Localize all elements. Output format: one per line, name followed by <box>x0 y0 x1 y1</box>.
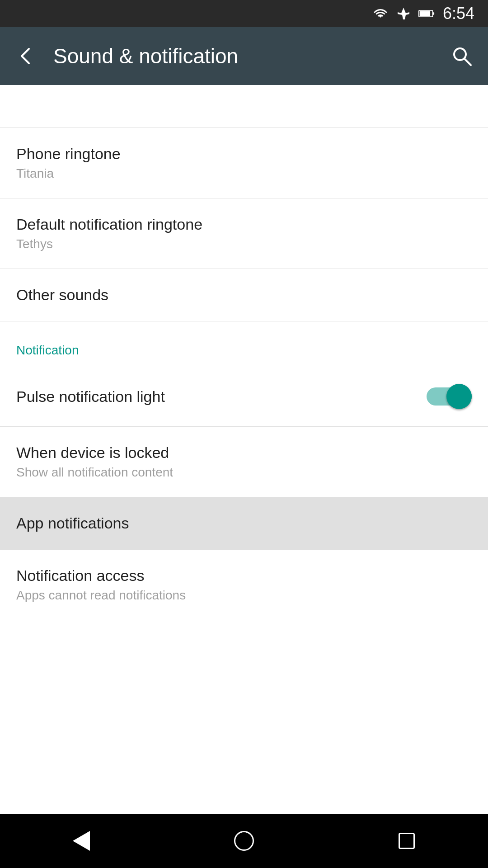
toggle-thumb <box>446 384 472 409</box>
pulse-notification-light-item[interactable]: Pulse notification light <box>0 367 488 427</box>
settings-content: Phone ringtone Titania Default notificat… <box>0 85 488 814</box>
nav-home-button[interactable] <box>221 823 267 859</box>
phone-ringtone-subtitle: Titania <box>16 166 472 181</box>
partial-top-item <box>0 85 488 128</box>
svg-line-4 <box>465 59 471 65</box>
phone-ringtone-item[interactable]: Phone ringtone Titania <box>0 128 488 198</box>
search-button[interactable] <box>448 42 475 70</box>
status-time: 6:54 <box>443 4 474 23</box>
notification-section-label: Notification <box>16 343 79 357</box>
status-icons: 6:54 <box>372 4 474 23</box>
other-sounds-title: Other sounds <box>16 286 472 304</box>
toolbar: Sound & notification <box>0 27 488 85</box>
app-notifications-item[interactable]: App notifications <box>0 497 488 550</box>
when-device-locked-title: When device is locked <box>16 444 472 462</box>
nav-home-icon <box>234 831 254 851</box>
default-notification-ringtone-item[interactable]: Default notification ringtone Tethys <box>0 198 488 269</box>
default-notification-ringtone-title: Default notification ringtone <box>16 216 472 233</box>
pulse-notification-light-title: Pulse notification light <box>16 388 165 406</box>
notification-section-header: Notification <box>0 321 488 367</box>
status-bar: 6:54 <box>0 0 488 27</box>
other-sounds-item[interactable]: Other sounds <box>0 269 488 321</box>
pulse-notification-light-toggle[interactable] <box>427 384 472 409</box>
pulse-notification-light-row: Pulse notification light <box>16 384 472 409</box>
battery-icon <box>418 9 435 18</box>
notification-access-subtitle: Apps cannot read notifications <box>16 588 472 603</box>
svg-rect-1 <box>432 12 434 14</box>
toggle-switch[interactable] <box>427 384 472 409</box>
when-device-locked-subtitle: Show all notification content <box>16 465 472 480</box>
wifi-icon <box>372 7 389 20</box>
page-title: Sound & notification <box>53 44 448 68</box>
nav-bar <box>0 814 488 868</box>
partial-top-text <box>16 98 472 115</box>
airplane-icon <box>397 7 410 20</box>
default-notification-ringtone-subtitle: Tethys <box>16 237 472 251</box>
when-device-locked-item[interactable]: When device is locked Show all notificat… <box>0 427 488 497</box>
svg-rect-2 <box>420 11 430 16</box>
nav-back-icon <box>73 831 90 851</box>
notification-access-item[interactable]: Notification access Apps cannot read not… <box>0 550 488 620</box>
nav-back-button[interactable] <box>59 823 104 859</box>
app-notifications-title: App notifications <box>16 514 472 532</box>
notification-access-title: Notification access <box>16 567 472 585</box>
back-button[interactable] <box>13 42 40 70</box>
nav-recents-button[interactable] <box>384 823 429 859</box>
nav-recents-icon <box>399 833 415 849</box>
phone-ringtone-title: Phone ringtone <box>16 145 472 163</box>
